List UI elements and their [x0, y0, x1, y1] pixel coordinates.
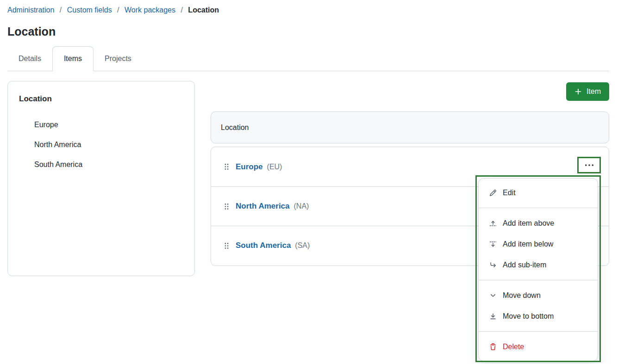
menu-item-move-to-bottom[interactable]: Move to bottom [479, 306, 598, 327]
preview-item: North America [34, 135, 183, 154]
tab-items[interactable]: Items [52, 46, 94, 71]
chevron-down-icon [489, 292, 497, 299]
menu-item-label: Move down [503, 291, 541, 300]
drag-grabber-icon[interactable] [224, 163, 229, 171]
breadcrumb-link-work-packages[interactable]: Work packages [125, 6, 175, 14]
annotation-highlight-kebab [577, 157, 601, 173]
breadcrumb-link-custom-fields[interactable]: Custom fields [67, 6, 112, 14]
item-name-link[interactable]: South America [236, 241, 291, 250]
item-short-code: (EU) [267, 163, 282, 171]
move-to-bottom-icon [489, 313, 497, 320]
menu-item-label: Delete [503, 343, 524, 351]
fold-up-icon [489, 220, 497, 227]
menu-item-add-item-above[interactable]: Add item above [479, 213, 598, 234]
plus-icon [574, 88, 582, 95]
custom-field-items-page: Administration / Custom fields / Work pa… [0, 0, 618, 364]
add-item-button-label: Item [587, 87, 601, 96]
menu-item-move-down[interactable]: Move down [479, 285, 598, 306]
item-short-code: (SA) [295, 241, 310, 250]
kebab-horizontal-icon [585, 164, 594, 167]
breadcrumb-current: Location [188, 6, 219, 14]
item-short-code: (NA) [294, 202, 309, 210]
menu-item-label: Add item above [503, 219, 554, 228]
tab-projects[interactable]: Projects [94, 46, 143, 71]
menu-divider [479, 208, 598, 208]
tab-details[interactable]: Details [7, 46, 52, 71]
pencil-icon [489, 189, 497, 197]
breadcrumb: Administration / Custom fields / Work pa… [7, 6, 219, 14]
menu-item-label: Move to bottom [503, 312, 554, 321]
breadcrumb-link-administration[interactable]: Administration [7, 6, 54, 14]
items-table-header-label: Location [221, 123, 249, 132]
sub-item-arrow-icon [489, 261, 497, 269]
hierarchy-preview-card: Location Europe North America South Amer… [7, 81, 195, 276]
row-actions-button[interactable] [582, 162, 597, 168]
menu-item-delete[interactable]: Delete [479, 336, 598, 357]
drag-grabber-icon[interactable] [224, 242, 229, 250]
items-table-header: Location [211, 111, 609, 143]
preview-item: South America [34, 154, 183, 174]
add-item-button[interactable]: Item [566, 82, 609, 101]
preview-item: Europe [34, 115, 183, 135]
breadcrumb-separator: / [60, 6, 62, 14]
row-actions-menu: Edit Add item above Add item be [478, 178, 598, 361]
fold-down-icon [489, 241, 497, 248]
item-name-link[interactable]: Europe [236, 162, 263, 172]
breadcrumb-separator: / [117, 6, 119, 14]
trash-icon [489, 343, 497, 351]
menu-divider [479, 280, 598, 280]
page-title: Location [7, 25, 56, 38]
preview-card-title: Location [19, 94, 183, 104]
menu-item-edit[interactable]: Edit [479, 182, 598, 203]
drag-grabber-icon[interactable] [224, 203, 229, 210]
menu-item-add-item-below[interactable]: Add item below [479, 234, 598, 254]
tab-bar: Details Items Projects [7, 46, 609, 71]
menu-item-label: Add item below [503, 240, 553, 248]
breadcrumb-separator: / [181, 6, 182, 14]
item-name-link[interactable]: North America [236, 202, 290, 211]
preview-item-list: Europe North America South America [19, 115, 183, 174]
menu-item-label: Add sub-item [503, 261, 546, 269]
menu-divider [479, 331, 598, 332]
menu-item-add-sub-item[interactable]: Add sub-item [479, 254, 598, 275]
menu-item-label: Edit [503, 189, 516, 197]
